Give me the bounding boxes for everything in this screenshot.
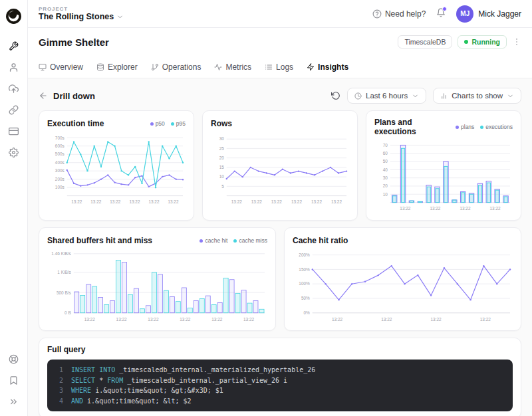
back-arrow-icon <box>39 91 48 100</box>
services-icon[interactable] <box>9 41 19 51</box>
list-icon <box>265 63 273 71</box>
svg-text:13:22: 13:22 <box>71 199 82 204</box>
help-icon <box>372 9 382 19</box>
svg-text:13:22: 13:22 <box>311 199 322 204</box>
tab-label: Explorer <box>108 62 138 72</box>
svg-text:13:22: 13:22 <box>110 199 120 204</box>
tab-operations[interactable]: Operations <box>151 56 201 78</box>
svg-text:13:22: 13:22 <box>271 199 282 204</box>
drill-down-toolbar: Drill down Last 6 hours Charts to show <box>39 84 521 108</box>
full-query-card: Full query 1INSERT INTO _timescaledb_int… <box>39 338 521 416</box>
svg-text:13:22: 13:22 <box>480 317 491 322</box>
charts-to-show-select[interactable]: Charts to show <box>433 88 521 104</box>
avatar: MJ <box>456 5 473 23</box>
tab-explorer[interactable]: Explorer <box>96 56 138 78</box>
cache-hit-ratio-chart: 0%50%100%150%200%13:2213:2213:2213:22 <box>293 248 513 324</box>
svg-text:13:22: 13:22 <box>90 199 101 204</box>
chart-title: Rows <box>211 119 232 128</box>
settings-gear-icon[interactable] <box>9 148 19 157</box>
query-code-block: 1INSERT INTO _timescaledb_internal._mate… <box>47 360 513 411</box>
code-line: 4AND i.&quot;time&quot; &lt; $2 <box>55 396 505 407</box>
tab-label: Overview <box>50 62 83 72</box>
chart-title: Execution time <box>47 119 104 128</box>
legend-item: executions <box>480 124 513 130</box>
svg-text:13:22: 13:22 <box>490 206 501 211</box>
database-icon <box>96 63 104 71</box>
service-header-right: TimescaleDB Running <box>398 35 521 49</box>
status-dot <box>464 40 468 44</box>
drill-down-back[interactable]: Drill down <box>39 91 95 101</box>
chevron-down-icon <box>507 92 514 100</box>
charts-row-1: Execution timep50p95 100s200s300s400s500… <box>39 110 521 221</box>
execution-time-chart: 100s200s300s400s500s600s700s13:2213:2213… <box>47 131 186 207</box>
svg-text:13:22: 13:22 <box>460 206 470 211</box>
code-line: 2SELECT * FROM _timescaledb_internal._pa… <box>55 375 505 386</box>
chart-title: Plans and executions <box>374 118 456 136</box>
svg-text:13:22: 13:22 <box>116 317 128 322</box>
svg-text:50%: 50% <box>301 296 310 300</box>
svg-text:0 B: 0 B <box>65 310 71 315</box>
service-title: Gimme Shelter <box>39 37 109 48</box>
chart-card-plans-executions: Plans and executionsplansexecutions 1020… <box>366 110 521 221</box>
svg-text:10: 10 <box>219 174 225 179</box>
tab-insights[interactable]: Insights <box>307 56 348 78</box>
members-icon[interactable] <box>9 62 19 72</box>
sidebar-bottom <box>9 354 19 407</box>
svg-text:10: 10 <box>383 192 388 197</box>
import-upload-icon[interactable] <box>9 84 19 94</box>
chart-card-cache-hit-ratio: Cache hit ratio 0%50%100%150%200%13:2213… <box>284 227 521 331</box>
support-icon[interactable] <box>9 354 19 364</box>
svg-text:13:22: 13:22 <box>431 317 442 322</box>
help-label: Need help? <box>385 9 426 19</box>
project-name: The Rolling Stones <box>39 12 114 21</box>
more-menu-icon[interactable] <box>512 37 521 47</box>
svg-text:400s: 400s <box>55 160 65 165</box>
integrations-link-icon[interactable] <box>9 105 19 115</box>
svg-text:20: 20 <box>219 156 225 160</box>
chart-card-shared-buffers: Shared buffers hit and misscache hitcach… <box>39 227 276 331</box>
timescale-logo[interactable] <box>5 8 22 25</box>
refresh-icon[interactable] <box>331 91 340 100</box>
svg-text:300s: 300s <box>55 168 65 173</box>
svg-text:70: 70 <box>383 143 388 148</box>
svg-text:50: 50 <box>383 159 388 163</box>
legend-item: p95 <box>171 120 186 127</box>
svg-text:13:22: 13:22 <box>211 317 223 322</box>
help-button[interactable]: Need help? <box>372 9 426 19</box>
svg-text:1 KiB/s: 1 KiB/s <box>57 270 70 274</box>
plans-executions-chart: 1020304050607013:2213:2213:2213:22 <box>374 138 513 213</box>
tab-label: Insights <box>318 62 348 72</box>
svg-text:20: 20 <box>383 183 388 188</box>
time-range-select[interactable]: Last 6 hours <box>347 88 426 104</box>
db-type-badge: TimescaleDB <box>398 35 452 49</box>
tab-logs[interactable]: Logs <box>265 56 293 78</box>
svg-text:13:22: 13:22 <box>148 317 159 322</box>
chevron-down-icon <box>412 92 419 100</box>
expand-sidebar-icon[interactable] <box>9 397 19 407</box>
legend-item: p50 <box>150 120 165 127</box>
toolbar-right: Last 6 hours Charts to show <box>331 88 521 104</box>
svg-text:5: 5 <box>221 184 224 189</box>
bookmark-icon[interactable] <box>9 375 19 385</box>
project-switcher[interactable]: PROJECT The Rolling Stones <box>39 6 124 21</box>
full-query-title: Full query <box>47 345 513 354</box>
project-label: PROJECT <box>39 6 124 12</box>
shared-buffers-chart: 0 B500 B/s1 KiB/s1.46 KiB/s13:2213:2213:… <box>47 248 267 324</box>
status-badge: Running <box>458 35 507 49</box>
svg-text:13:22: 13:22 <box>129 199 140 204</box>
svg-text:600s: 600s <box>55 144 65 148</box>
chevron-down-icon <box>116 13 124 21</box>
user-menu[interactable]: MJ Mick Jagger <box>456 5 521 23</box>
tab-overview[interactable]: Overview <box>39 56 83 78</box>
svg-text:13:22: 13:22 <box>180 317 191 322</box>
branch-icon <box>151 63 159 71</box>
tab-metrics[interactable]: Metrics <box>214 56 251 78</box>
tab-label: Logs <box>276 62 293 72</box>
content: Drill down Last 6 hours Charts to show <box>28 78 532 416</box>
topbar-right: Need help? MJ Mick Jagger <box>372 5 521 23</box>
billing-card-icon[interactable] <box>9 126 19 136</box>
svg-text:1.46 KiB/s: 1.46 KiB/s <box>51 251 70 256</box>
code-line: 3WHERE i.&quot;time&quot; &gt;&#x3D; $1 <box>55 385 505 396</box>
notifications-button[interactable] <box>436 8 446 20</box>
app-window: PROJECT The Rolling Stones Need help? MJ <box>0 0 532 416</box>
